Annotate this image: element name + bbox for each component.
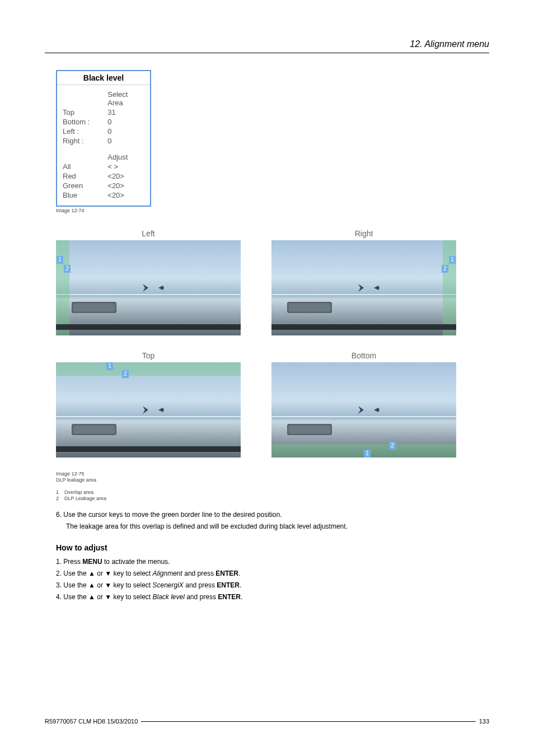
row-label: All — [63, 162, 107, 171]
plane-icon — [132, 283, 165, 293]
row-value: 0 — [107, 136, 144, 146]
footer-rule — [141, 721, 475, 722]
row-value: 0 — [107, 127, 144, 136]
row-value: <20> — [107, 171, 144, 181]
panel-title: Black level — [57, 71, 150, 85]
image-caption: Image 12-74 — [56, 208, 489, 213]
row-value: 0 — [107, 117, 144, 127]
row-label: Bottom : — [63, 117, 107, 127]
marker: 1 — [449, 256, 456, 264]
marker: 2 — [122, 370, 129, 378]
how-to-adjust-heading: How to adjust — [56, 543, 489, 552]
plane-icon — [347, 283, 381, 293]
marker: 1 — [57, 256, 63, 264]
marker: 2 — [442, 265, 448, 273]
figure-thumb-bottom: 2 1 — [271, 362, 456, 458]
figure-thumb-top: 1 2 — [56, 362, 241, 458]
legend-text: Overlap area — [64, 489, 93, 495]
steps-list: 1. Press MENU to activate the menus. 2. … — [56, 558, 489, 601]
select-area-heading: Select Area — [107, 90, 144, 108]
row-label: Green — [63, 181, 107, 190]
step-1: 1. Press MENU to activate the menus. — [56, 558, 489, 566]
row-value: <20> — [107, 181, 144, 190]
step-3: 3. Use the ▲ or ▼ key to select Scenergi… — [56, 581, 489, 589]
footer-left: R59770057 CLM HD8 15/03/2010 — [45, 718, 138, 725]
black-level-panel: Black level Select Area Top31 Bottom :0 … — [56, 70, 151, 207]
page-number: 133 — [479, 718, 489, 725]
legend-num: 2 — [56, 496, 59, 501]
row-label: Right : — [63, 136, 107, 146]
plane-icon — [347, 405, 381, 415]
row-label: Blue — [63, 190, 107, 200]
figure-label: Right — [271, 229, 456, 238]
figure-thumb-left: 1 2 — [56, 240, 241, 335]
marker: 1 — [364, 450, 371, 458]
legend-num: 1 — [56, 489, 59, 495]
figure-thumb-right: 1 2 — [271, 240, 456, 335]
adjust-heading: Adjust — [107, 152, 144, 162]
row-label: Red — [63, 171, 107, 181]
row-value: < > — [107, 162, 144, 171]
instruction-6: 6. Use the cursor keys to move the green… — [56, 510, 489, 520]
marker: 2 — [64, 265, 71, 273]
instruction-6-note: The leakage area for this overlap is def… — [66, 522, 489, 531]
marker: 1 — [106, 362, 113, 370]
step-2: 2. Use the ▲ or ▼ key to select Alignmen… — [56, 570, 489, 577]
figure-label: Top — [56, 351, 241, 360]
marker: 2 — [389, 442, 396, 450]
image-caption-text: DLP leakage area — [56, 477, 96, 483]
chapter-title: 12. Alignment menu — [45, 39, 489, 49]
header-rule — [45, 53, 489, 53]
row-value: <20> — [107, 190, 144, 200]
legend-text: DLP Leakage area — [64, 496, 106, 501]
figure-label: Bottom — [271, 351, 456, 360]
row-value: 31 — [107, 108, 144, 117]
step-4: 4. Use the ▲ or ▼ key to select Black le… — [56, 593, 489, 601]
image-caption-id: Image 12-75 — [56, 471, 85, 477]
figure-label: Left — [56, 229, 241, 238]
row-label: Top — [63, 108, 107, 117]
plane-icon — [132, 405, 165, 415]
row-label: Left : — [63, 127, 107, 136]
